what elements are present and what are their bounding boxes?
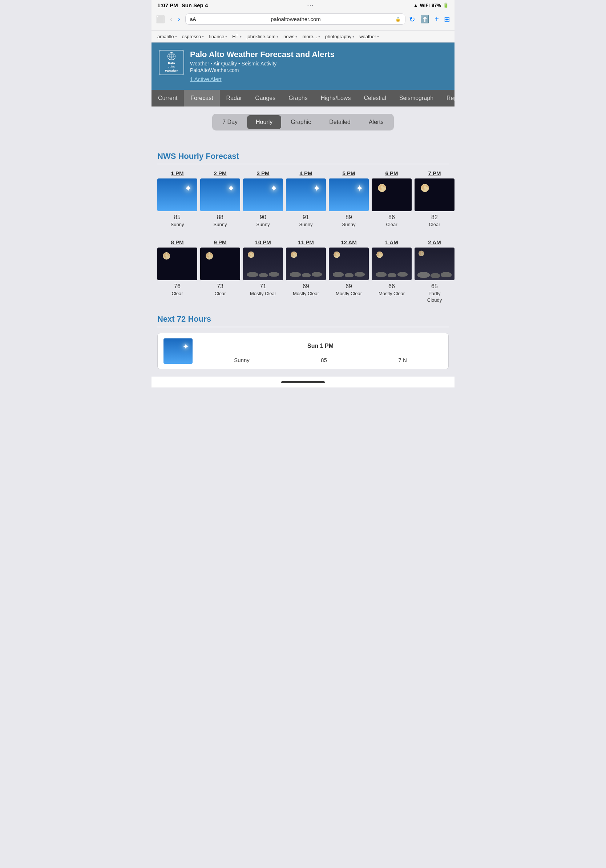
hour-label-1am: 1 AM xyxy=(385,239,398,245)
temp-8pm: 76 xyxy=(172,282,183,290)
nav-graphs[interactable]: Graphs xyxy=(282,90,314,107)
tab-graphic[interactable]: Graphic xyxy=(282,115,320,129)
bookmark-finance[interactable]: finance ▾ xyxy=(207,33,229,40)
cond-1am: Mostly Clear xyxy=(379,290,405,297)
hour-label-9pm: 9 PM xyxy=(213,239,226,245)
temp-10pm: 71 xyxy=(250,282,276,290)
tab-detailed[interactable]: Detailed xyxy=(320,115,359,129)
bookmark-ht[interactable]: HT ▾ xyxy=(231,33,243,40)
url-display: paloaltoweather.com xyxy=(198,16,393,22)
cond-2pm: Sunny xyxy=(213,222,227,228)
cond-2am: PartlyCloudy xyxy=(427,290,442,304)
sidebar-toggle-button[interactable]: ⬜ xyxy=(156,15,165,23)
next72-section-heading: Next 72 Hours xyxy=(157,315,449,327)
hourly-cell-12am: 12 AM 🌕 69 Mostly Clear xyxy=(329,239,369,304)
hour-label-4pm: 4 PM xyxy=(299,170,312,176)
tab-7day[interactable]: 7 Day xyxy=(213,115,246,129)
hourly-cell-6pm: 6 PM 🌕 86 Clear xyxy=(372,170,412,228)
weather-icon-4pm: ✦ xyxy=(286,178,326,211)
nav-celestial[interactable]: Celestial xyxy=(357,90,393,107)
hourly-cell-2pm: 2 PM ✦ 88 Sunny xyxy=(200,170,240,228)
cond-1pm: Sunny xyxy=(171,222,184,228)
hourly-cell-1pm: 1 PM ✦ 85 Sunny xyxy=(157,170,197,228)
nav-gauges[interactable]: Gauges xyxy=(249,90,282,107)
hourly-cell-9pm: 9 PM 🌕 73 Clear xyxy=(200,239,240,304)
weather-icon-6pm: 🌕 xyxy=(372,178,412,211)
bookmark-amarillo[interactable]: amarillo ▾ xyxy=(156,33,178,40)
weather-icon-2am: 🌕 xyxy=(414,248,454,280)
reload-button[interactable]: ↻ xyxy=(409,15,415,23)
hourly-cell-5pm: 5 PM ✦ 89 Sunny xyxy=(329,170,369,228)
bookmark-espresso[interactable]: espresso ▾ xyxy=(181,33,206,40)
bookmark-photography[interactable]: photography ▾ xyxy=(324,33,356,40)
weather-icon-8pm: 🌕 xyxy=(157,248,197,280)
hourly-section-heading: NWS Hourly Forecast xyxy=(157,152,449,164)
hour-label-1pm: 1 PM xyxy=(171,170,184,176)
temp-12am: 69 xyxy=(336,282,362,290)
hour-label-10pm: 10 PM xyxy=(255,239,271,245)
hourly-cell-4pm: 4 PM ✦ 91 Sunny xyxy=(286,170,326,228)
hour-label-12am: 12 AM xyxy=(341,239,357,245)
next72-wind-sun1pm: 7 N xyxy=(398,357,407,363)
nav-radar[interactable]: Radar xyxy=(220,90,249,107)
share-button[interactable]: ⬆️ xyxy=(420,15,430,23)
signal-icon: ▲ xyxy=(413,3,418,8)
site-url: PaloAltoWeather.com xyxy=(190,67,335,73)
forward-button[interactable]: › xyxy=(176,14,182,23)
cond-3pm: Sunny xyxy=(257,222,270,228)
bookmarks-bar: amarillo ▾ espresso ▾ finance ▾ HT ▾ joh… xyxy=(152,31,454,42)
nav-current[interactable]: Current xyxy=(152,90,184,107)
chevron-down-icon: ▾ xyxy=(202,34,204,39)
weather-icon-12am: 🌕 xyxy=(329,248,369,280)
next72-condition-sun1pm: Sunny xyxy=(234,357,250,363)
add-tab-button[interactable]: + xyxy=(434,15,439,23)
sub-tabs: 7 Day Hourly Graphic Detailed Alerts xyxy=(212,114,394,130)
hourly-cell-8pm: 8 PM 🌕 76 Clear xyxy=(157,239,197,304)
bookmark-news[interactable]: news ▾ xyxy=(282,33,298,40)
back-button[interactable]: ‹ xyxy=(169,14,174,23)
status-bar: 1:07 PM Sun Sep 4 ··· ▲ WiFi 87% 🔋 xyxy=(152,0,454,11)
bookmark-weather[interactable]: weather ▾ xyxy=(358,33,380,40)
chevron-down-icon: ▾ xyxy=(295,34,297,39)
hourly-cell-10pm: 10 PM 🌕 71 Mostly Clear xyxy=(243,239,283,304)
cond-12am: Mostly Clear xyxy=(336,290,362,297)
temp-2pm: 88 xyxy=(213,213,227,222)
hourly-cell-3pm: 3 PM ✦ 90 Sunny xyxy=(243,170,283,228)
address-bar[interactable]: aA paloaltoweather.com 🔒 xyxy=(185,14,405,25)
main-content: 7 Day Hourly Graphic Detailed Alerts NWS… xyxy=(152,107,454,377)
site-title: Palo Alto Weather Forecast and Alerts xyxy=(190,50,335,59)
temp-7pm: 82 xyxy=(429,213,440,222)
next72-time-sun1pm: Sun 1 PM xyxy=(198,339,442,353)
nav-forecast[interactable]: Forecast xyxy=(184,90,220,107)
home-indicator xyxy=(281,381,325,383)
weather-icon-11pm: 🌕 xyxy=(286,248,326,280)
cond-7pm: Clear xyxy=(429,222,440,228)
active-alert-link[interactable]: 1 Active Alert xyxy=(190,76,222,82)
status-icons: ▲ WiFi 87% 🔋 xyxy=(413,3,449,8)
nav-highs-lows[interactable]: Highs/Lows xyxy=(314,90,357,107)
hourly-cell-7pm: 7 PM 🌕 82 Clear xyxy=(414,170,454,228)
bookmark-more[interactable]: more... ▾ xyxy=(301,33,321,40)
tab-alerts[interactable]: Alerts xyxy=(360,115,393,129)
hourly-grid-row1: 1 PM ✦ 85 Sunny 2 PM ✦ 88 Sunny 3 PM xyxy=(157,170,449,228)
hourly-cell-1am: 1 AM 🌕 66 Mostly Clear xyxy=(372,239,412,304)
hour-label-3pm: 3 PM xyxy=(257,170,269,176)
nav-reports[interactable]: Reports xyxy=(440,90,454,107)
cond-5pm: Sunny xyxy=(342,222,356,228)
site-subtitle1: Weather • Air Quality • Seismic Activity xyxy=(190,61,335,67)
weather-icon-2pm: ✦ xyxy=(200,178,240,211)
cond-8pm: Clear xyxy=(172,290,183,297)
cond-11pm: Mostly Clear xyxy=(293,290,319,297)
temp-4pm: 91 xyxy=(299,213,313,222)
tab-hourly[interactable]: Hourly xyxy=(247,115,281,129)
nav-seismograph[interactable]: Seismograph xyxy=(393,90,440,107)
hour-label-7pm: 7 PM xyxy=(428,170,441,176)
bookmark-johnkline[interactable]: johnkline.com ▾ xyxy=(245,33,280,40)
site-logo: PaloAltoWeather xyxy=(159,50,184,75)
tabs-button[interactable]: ⊞ xyxy=(444,15,450,23)
cond-4pm: Sunny xyxy=(299,222,313,228)
lock-icon: 🔒 xyxy=(395,17,401,22)
status-date: Sun Sep 4 xyxy=(182,2,208,8)
chevron-down-icon: ▾ xyxy=(377,34,379,39)
main-nav: Current Forecast Radar Gauges Graphs Hig… xyxy=(152,90,454,107)
